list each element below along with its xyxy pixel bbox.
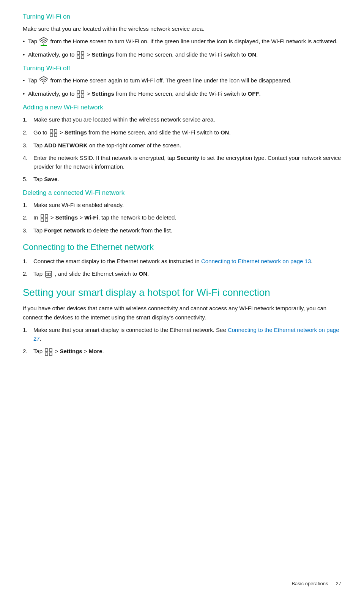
svg-rect-28	[49, 353, 52, 355]
heading-hotspot: Setting your smart display a hotspot for…	[23, 287, 341, 299]
svg-rect-9	[77, 95, 80, 98]
bullet-dot-3: •	[23, 76, 28, 85]
eth-step-text-2: Tap , and slide the Ethernet switch to O…	[33, 269, 341, 278]
hotspot-steps: 1. Make sure that your smart display is …	[23, 325, 341, 356]
step-text-2: Go to > Settings from the Home screen, a…	[33, 128, 341, 137]
del-step-num-3: 3.	[23, 226, 33, 235]
off-label: OFF	[248, 90, 259, 97]
svg-rect-7	[77, 91, 80, 93]
adding-wifi-step-4: 4. Enter the network SSID. If that netwo…	[23, 153, 341, 171]
heading-adding-wifi: Adding a new Wi-Fi network	[23, 104, 341, 111]
grid-icon-4	[40, 214, 49, 222]
step-text-3: Tap ADD NETWORK on the top-right corner …	[33, 141, 341, 150]
heading-turning-wifi-off: Turning Wi-Fi off	[23, 65, 341, 72]
heading-turning-wifi-on: Turning Wi-Fi on	[23, 13, 341, 21]
svg-rect-25	[45, 349, 48, 351]
svg-rect-14	[54, 134, 57, 136]
bullet-dot-1: •	[23, 37, 28, 46]
step-text-5: Tap Save.	[33, 175, 341, 183]
forget-network-label: Forget network	[44, 227, 85, 234]
ethernet-step-2: 2. Tap , and slide the Ethernet switch t…	[23, 269, 341, 278]
wifi-off-icon	[39, 76, 48, 85]
bullet-text-1: Tap from the Home screen to turn Wi-Fi o…	[28, 37, 341, 46]
bullet-dot-2: •	[23, 50, 28, 59]
ethernet-icon	[44, 270, 53, 278]
svg-rect-10	[81, 95, 84, 98]
svg-rect-3	[81, 52, 84, 54]
svg-point-6	[43, 83, 44, 84]
heading-deleting-wifi: Deleting a connected Wi-Fi network	[23, 189, 341, 197]
turning-wifi-on-intro: Make sure that you are located within th…	[23, 24, 341, 33]
hot-step-num-2: 2.	[23, 347, 33, 355]
svg-rect-15	[41, 215, 44, 217]
del-step-text-2: In > Settings > Wi-Fi, tap the network t…	[33, 213, 341, 222]
bullet-text-2: Alternatively, go to > Settings from the…	[28, 50, 341, 59]
save-label: Save	[44, 176, 57, 182]
hotspot-step-2: 2. Tap > Settings > More.	[23, 347, 341, 356]
deleting-wifi-step-2: 2. In > Settings > Wi-Fi, tap the networ…	[23, 213, 341, 222]
grid-icon-1	[76, 51, 85, 59]
svg-rect-16	[45, 215, 48, 217]
adding-wifi-step-2: 2. Go to > Settings from the Home screen…	[23, 128, 341, 137]
step-num-2: 2.	[23, 128, 33, 137]
svg-rect-17	[41, 219, 44, 221]
turning-wifi-off-bullet1: • Tap from the Home screen again to turn…	[23, 76, 341, 85]
svg-rect-13	[50, 134, 53, 136]
svg-point-0	[43, 44, 44, 45]
footer-section-label: Basic operations	[292, 581, 328, 586]
hot-step-num-1: 1.	[23, 325, 33, 334]
settings-label-4: Settings	[55, 214, 78, 221]
deleting-wifi-step-3: 3. Tap Forget network to delete the netw…	[23, 226, 341, 235]
step-text-1: Make sure that you are located within th…	[33, 115, 341, 124]
ethernet-link-2[interactable]: Connecting to the Ethernet network on pa…	[33, 327, 339, 342]
step-num-3: 3.	[23, 141, 33, 150]
heading-connecting-ethernet: Connecting to the Ethernet network	[23, 242, 341, 252]
page-footer: Basic operations 27	[292, 581, 341, 586]
svg-rect-8	[81, 91, 84, 93]
adding-wifi-steps: 1. Make sure that you are located within…	[23, 115, 341, 183]
del-step-text-1: Make sure Wi-Fi is enabled already.	[33, 201, 341, 209]
eth-step-num-1: 1.	[23, 257, 33, 265]
step-num-4: 4.	[23, 153, 33, 162]
svg-rect-27	[45, 353, 48, 355]
turning-wifi-on-bullet2: • Alternatively, go to > Settings from t…	[23, 50, 341, 59]
grid-icon-3	[49, 129, 58, 137]
on-label-3: ON	[139, 270, 147, 277]
step-num-1: 1.	[23, 115, 33, 124]
on-label-2: ON	[221, 129, 229, 136]
adding-wifi-step-1: 1. Make sure that you are located within…	[23, 115, 341, 124]
settings-label-3: Settings	[65, 129, 87, 136]
bullet-text-3: Tap from the Home screen again to turn W…	[28, 76, 341, 85]
settings-label-2: Settings	[92, 90, 114, 97]
deleting-wifi-steps: 1. Make sure Wi-Fi is enabled already. 2…	[23, 201, 341, 235]
hot-step-text-1: Make sure that your smart display is con…	[33, 325, 341, 343]
del-step-num-1: 1.	[23, 201, 33, 209]
hot-step-text-2: Tap > Settings > More.	[33, 347, 341, 356]
adding-wifi-step-5: 5. Tap Save.	[23, 175, 341, 183]
ethernet-step-1: 1. Connect the smart display to the Ethe…	[23, 257, 341, 265]
add-network-label: ADD NETWORK	[44, 142, 87, 148]
hotspot-step-1: 1. Make sure that your smart display is …	[23, 325, 341, 343]
del-step-num-2: 2.	[23, 213, 33, 222]
svg-rect-4	[77, 56, 80, 58]
grid-icon-2	[76, 90, 85, 98]
adding-wifi-step-3: 3. Tap ADD NETWORK on the top-right corn…	[23, 141, 341, 150]
footer-page-number: 27	[336, 581, 341, 586]
svg-rect-12	[54, 130, 57, 132]
del-step-text-3: Tap Forget network to delete the network…	[33, 226, 341, 235]
deleting-wifi-step-1: 1. Make sure Wi-Fi is enabled already.	[23, 201, 341, 209]
svg-rect-2	[77, 52, 80, 54]
wifi-label: Wi-Fi	[84, 214, 98, 221]
on-label-1: ON	[248, 51, 257, 58]
step-num-5: 5.	[23, 175, 33, 183]
connecting-ethernet-steps: 1. Connect the smart display to the Ethe…	[23, 257, 341, 278]
turning-wifi-on-bullet1: • Tap from the Home screen to turn Wi-Fi…	[23, 37, 341, 46]
bullet-text-4: Alternatively, go to > Settings from the…	[28, 89, 341, 98]
wifi-on-icon	[39, 37, 48, 46]
svg-rect-26	[49, 349, 52, 351]
svg-rect-18	[45, 219, 48, 221]
ethernet-link-1[interactable]: Connecting to Ethernet network on page 1…	[201, 258, 311, 264]
svg-rect-5	[81, 56, 84, 58]
step-text-4: Enter the network SSID. If that network …	[33, 153, 341, 171]
settings-label-5: Settings	[60, 348, 82, 354]
